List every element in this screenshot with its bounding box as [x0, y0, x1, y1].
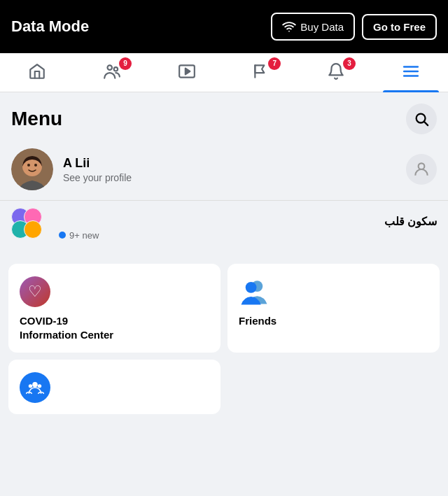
svg-point-13	[27, 164, 30, 166]
go-to-free-label: Go to Free	[373, 21, 426, 33]
groups-partial-card[interactable]	[8, 360, 220, 414]
wifi-icon	[282, 20, 296, 34]
search-icon	[414, 111, 429, 127]
group-badge: 9+ new	[59, 230, 437, 241]
svg-point-0	[288, 31, 290, 32]
heart-symbol: ♡	[28, 283, 42, 301]
menu-icon	[402, 62, 420, 83]
profile-icon-placeholder	[406, 154, 437, 185]
pages-badge: 7	[268, 57, 281, 70]
svg-point-15	[419, 163, 425, 169]
avatar-image	[11, 148, 53, 190]
nav-item-notifications[interactable]: 3	[308, 53, 364, 92]
menu-header: Menu	[0, 92, 448, 143]
friends-card-label: Friends	[239, 314, 428, 328]
svg-point-14	[34, 164, 37, 166]
profile-info: A Lii See your profile	[63, 156, 396, 183]
notifications-badge: 3	[343, 57, 356, 70]
buy-data-button[interactable]: Buy Data	[271, 13, 355, 41]
home-icon	[28, 62, 46, 83]
covid-card-label: COVID-19Information Center	[20, 314, 209, 341]
group-row[interactable]: سكون قلب 9+ new	[0, 200, 448, 257]
go-to-free-button[interactable]: Go to Free	[362, 14, 437, 40]
group-avatars	[11, 208, 50, 247]
covid-card[interactable]: ♡ COVID-19Information Center	[8, 264, 220, 353]
nav-item-home[interactable]	[9, 53, 65, 92]
svg-point-19	[29, 384, 32, 388]
person-outline-icon	[412, 160, 430, 178]
group-info: سكون قلب 9+ new	[59, 215, 437, 241]
profile-subtitle: See your profile	[63, 172, 396, 183]
groups-svg-icon	[26, 378, 44, 397]
svg-point-20	[38, 384, 41, 388]
covid-icon: ♡	[20, 276, 50, 307]
menu-title: Menu	[11, 108, 62, 130]
profile-row[interactable]: A Lii See your profile	[0, 143, 448, 200]
groups-nav-icon	[103, 62, 121, 83]
group-name: سكون قلب	[59, 215, 437, 228]
menu-content: Menu	[0, 92, 448, 421]
svg-point-17	[246, 282, 257, 293]
friends-card[interactable]: Friends	[227, 264, 440, 353]
nav-item-groups[interactable]: 9	[84, 53, 140, 92]
buy-data-label: Buy Data	[300, 21, 344, 33]
cards-grid: ♡ COVID-19Information Center Friends	[0, 257, 448, 421]
svg-point-2	[114, 67, 118, 71]
groups-badge: 9	[119, 57, 132, 70]
groups-circle-icon	[20, 372, 50, 403]
nav-item-watch[interactable]	[159, 53, 215, 92]
svg-marker-4	[185, 68, 190, 74]
bell-icon	[327, 62, 345, 83]
search-button[interactable]	[406, 104, 437, 134]
friends-svg-icon	[239, 276, 270, 307]
top-bar: Data Mode Buy Data Go to Free	[0, 0, 448, 53]
svg-point-18	[32, 382, 38, 388]
watch-icon	[178, 62, 196, 83]
blue-dot	[59, 232, 66, 239]
nav-item-pages[interactable]: 7	[233, 53, 289, 92]
nav-bar: 9 7 3	[0, 53, 448, 92]
groups-card-icon	[20, 372, 50, 403]
svg-point-1	[107, 65, 112, 70]
group-avatar-4	[24, 220, 42, 239]
page-title: Data Mode	[11, 17, 89, 36]
top-bar-buttons: Buy Data Go to Free	[271, 13, 437, 41]
avatar	[11, 148, 53, 190]
svg-line-10	[424, 122, 428, 125]
friends-icon	[239, 276, 270, 307]
nav-item-menu[interactable]	[383, 53, 439, 92]
new-label: 9+ new	[69, 230, 99, 241]
profile-name: A Lii	[63, 156, 396, 171]
